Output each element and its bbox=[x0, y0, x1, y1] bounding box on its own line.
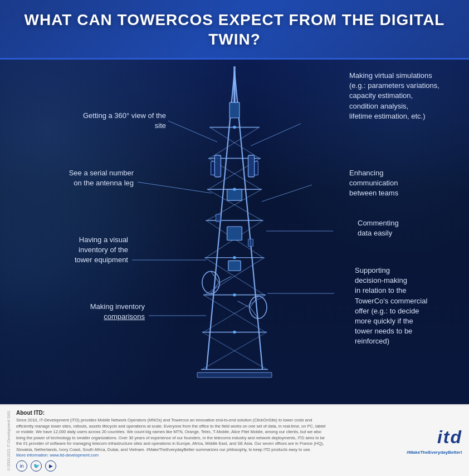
svg-line-48 bbox=[238, 301, 250, 307]
youtube-icon[interactable]: ▶ bbox=[45, 460, 56, 472]
svg-rect-33 bbox=[229, 102, 240, 118]
content-area: Getting a 360° view of the site See a se… bbox=[0, 60, 469, 404]
annotation-enhancing-communication: Enhancingcommunicationbetween teams bbox=[349, 168, 447, 199]
svg-rect-39 bbox=[227, 227, 242, 241]
annotation-making-inventory: Making inventorycomparisons bbox=[56, 302, 145, 322]
svg-point-53 bbox=[233, 188, 236, 191]
footer-right: itd #MakeTheEverydayBetter! bbox=[407, 427, 462, 455]
about-text: Since 2010, IT-Development (ITD) provide… bbox=[16, 418, 328, 453]
svg-point-56 bbox=[233, 331, 236, 334]
footer: ©2000-2021 IT-Development SAS About ITD:… bbox=[0, 404, 469, 476]
svg-rect-36 bbox=[248, 155, 255, 177]
footer-left: ©2000-2021 IT-Development SAS About ITD:… bbox=[7, 410, 328, 472]
annotation-commenting: Commentingdata easily bbox=[358, 218, 436, 238]
svg-rect-34 bbox=[214, 155, 221, 177]
main-container: WHAT CAN TOWERCOS EXPECT FROM THE DIGITA… bbox=[0, 0, 469, 476]
annotation-visual-inventory: Having a visualinventory of thetower equ… bbox=[28, 235, 128, 266]
svg-rect-38 bbox=[227, 189, 242, 200]
copyright-label: ©2000-2021 IT-Development SAS bbox=[7, 411, 11, 471]
svg-point-55 bbox=[233, 293, 236, 297]
svg-rect-35 bbox=[211, 161, 215, 175]
svg-rect-51 bbox=[197, 372, 272, 377]
header: WHAT CAN TOWERCOS EXPECT FROM THE DIGITA… bbox=[0, 0, 469, 60]
social-links: in 🐦 ▶ bbox=[16, 460, 328, 472]
svg-rect-40 bbox=[228, 261, 241, 271]
annotation-antenna-leg: See a serial numberon the antenna leg bbox=[33, 168, 134, 188]
twitter-icon[interactable]: 🐦 bbox=[31, 460, 42, 472]
svg-point-41 bbox=[202, 271, 219, 293]
itd-logo: itd bbox=[437, 427, 462, 448]
svg-rect-37 bbox=[255, 161, 258, 175]
annotation-virtual-simulations: Making virtual simulations(e.g.: paramet… bbox=[349, 71, 458, 121]
linkedin-icon[interactable]: in bbox=[16, 460, 27, 472]
annotation-supporting-decision: Supportingdecision-makingin relation to … bbox=[355, 266, 461, 347]
svg-rect-49 bbox=[216, 214, 221, 222]
svg-rect-50 bbox=[248, 239, 253, 246]
svg-point-52 bbox=[233, 126, 236, 129]
annotation-360-view: Getting a 360° view of the site bbox=[82, 111, 166, 131]
tower-image bbox=[184, 60, 285, 404]
about-title: About ITD: bbox=[16, 410, 328, 416]
svg-point-54 bbox=[233, 256, 236, 259]
footer-website[interactable]: More information: www.itd-development.co… bbox=[16, 453, 328, 458]
footer-text-block: About ITD: Since 2010, IT-Development (I… bbox=[16, 410, 328, 472]
header-title: WHAT CAN TOWERCOS EXPECT FROM THE DIGITA… bbox=[17, 10, 452, 49]
hashtag: #MakeTheEverydayBetter! bbox=[407, 450, 462, 455]
